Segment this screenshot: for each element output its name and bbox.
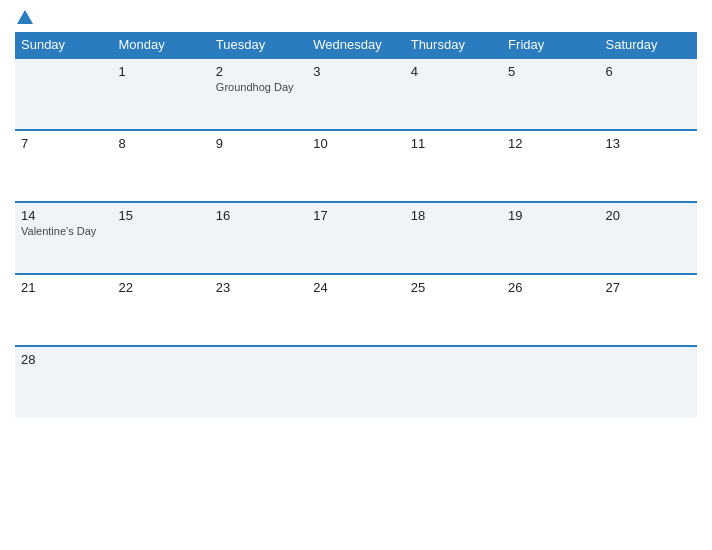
day-cell: 6 [600,58,697,130]
col-wednesday: Wednesday [307,32,404,58]
day-number: 8 [118,136,203,151]
col-thursday: Thursday [405,32,502,58]
day-cell: 25 [405,274,502,346]
day-cell: 19 [502,202,599,274]
day-number: 26 [508,280,593,295]
day-cell: 7 [15,130,112,202]
day-cell: 20 [600,202,697,274]
day-cell: 5 [502,58,599,130]
col-sunday: Sunday [15,32,112,58]
day-cell: 24 [307,274,404,346]
day-cell [112,346,209,418]
day-cell: 12 [502,130,599,202]
day-cell [502,346,599,418]
day-cell: 9 [210,130,307,202]
week-row-4: 21222324252627 [15,274,697,346]
day-number: 25 [411,280,496,295]
day-number: 14 [21,208,106,223]
day-number: 7 [21,136,106,151]
col-monday: Monday [112,32,209,58]
day-number: 15 [118,208,203,223]
day-cell: 27 [600,274,697,346]
day-cell: 13 [600,130,697,202]
day-cell: 26 [502,274,599,346]
col-tuesday: Tuesday [210,32,307,58]
day-cell: 23 [210,274,307,346]
day-number: 11 [411,136,496,151]
day-cell: 22 [112,274,209,346]
day-cell [210,346,307,418]
days-of-week-row: Sunday Monday Tuesday Wednesday Thursday… [15,32,697,58]
day-cell: 8 [112,130,209,202]
day-number: 18 [411,208,496,223]
day-cell: 16 [210,202,307,274]
day-cell: 15 [112,202,209,274]
day-number: 21 [21,280,106,295]
day-number: 13 [606,136,691,151]
col-friday: Friday [502,32,599,58]
day-cell: 17 [307,202,404,274]
day-number: 16 [216,208,301,223]
day-number: 1 [118,64,203,79]
day-number: 10 [313,136,398,151]
day-number: 9 [216,136,301,151]
day-cell: 11 [405,130,502,202]
day-number: 4 [411,64,496,79]
calendar-page: Sunday Monday Tuesday Wednesday Thursday… [0,0,712,550]
day-number: 6 [606,64,691,79]
logo-triangle-icon [17,10,33,24]
holiday-label: Groundhog Day [216,81,301,93]
day-number: 28 [21,352,106,367]
day-number: 20 [606,208,691,223]
day-cell [600,346,697,418]
day-cell: 2Groundhog Day [210,58,307,130]
day-cell: 3 [307,58,404,130]
day-number: 3 [313,64,398,79]
day-cell: 18 [405,202,502,274]
header [15,10,697,26]
holiday-label: Valentine's Day [21,225,106,237]
day-cell [405,346,502,418]
day-cell: 4 [405,58,502,130]
day-cell: 28 [15,346,112,418]
week-row-5: 28 [15,346,697,418]
week-row-1: 12Groundhog Day3456 [15,58,697,130]
day-number: 17 [313,208,398,223]
day-number: 2 [216,64,301,79]
week-row-3: 14Valentine's Day151617181920 [15,202,697,274]
day-number: 19 [508,208,593,223]
week-row-2: 78910111213 [15,130,697,202]
day-number: 27 [606,280,691,295]
day-number: 24 [313,280,398,295]
logo [15,10,33,26]
day-cell: 14Valentine's Day [15,202,112,274]
col-saturday: Saturday [600,32,697,58]
day-number: 22 [118,280,203,295]
day-cell [307,346,404,418]
day-cell: 21 [15,274,112,346]
day-number: 5 [508,64,593,79]
day-cell: 1 [112,58,209,130]
day-cell [15,58,112,130]
day-number: 23 [216,280,301,295]
day-cell: 10 [307,130,404,202]
calendar-table: Sunday Monday Tuesday Wednesday Thursday… [15,32,697,418]
day-number: 12 [508,136,593,151]
